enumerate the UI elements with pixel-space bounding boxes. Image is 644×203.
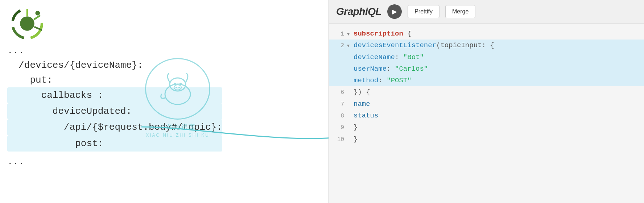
line-content-6: }) { <box>354 86 640 98</box>
svg-point-8 <box>165 84 190 104</box>
editor-line-10: 10 } <box>329 133 644 145</box>
line-content-4: userName: "Carlos" <box>354 63 640 75</box>
svg-point-10 <box>174 83 176 85</box>
editor-line-3: deviceName: "Bot" <box>329 51 644 63</box>
line-number-9: 9 <box>333 123 344 133</box>
merge-button[interactable]: Merge <box>445 5 475 18</box>
line-content-2: devicesEventListener(topicInput: { <box>354 40 640 51</box>
line-number-6: 6 <box>333 88 344 98</box>
svg-line-5 <box>34 16 40 20</box>
left-panel: ... /devices/{deviceName}: put: callback… <box>0 0 319 203</box>
editor-line-1: 1 ▼ subscription { <box>329 28 644 40</box>
line-content-9: } <box>354 121 640 133</box>
editor-line-2: 2 ▼ devicesEventListener(topicInput: { <box>329 40 644 51</box>
fold-arrow-1[interactable]: ▼ <box>347 31 352 38</box>
graphiql-panel: GraphiQL ▶ Prettify Merge 1 ▼ subscripti… <box>329 0 644 203</box>
watermark-circle <box>145 58 210 120</box>
watermark-bull-icon <box>156 67 199 111</box>
code-line-dots-top: ... <box>7 44 222 58</box>
editor-line-8: 8 status <box>329 110 644 121</box>
watermark-cn-text: 小牛知识库 <box>160 123 196 131</box>
svg-point-13 <box>176 87 177 88</box>
logo-area <box>11 7 44 41</box>
code-line-post: post: <box>7 136 222 152</box>
app-logo <box>11 7 44 40</box>
line-number-8: 8 <box>333 111 344 121</box>
line-number-7: 7 <box>333 100 344 109</box>
code-editor-content: 1 ▼ subscription { 2 ▼ devicesEventListe… <box>329 24 644 203</box>
prettify-button[interactable]: Prettify <box>408 5 439 18</box>
line-content-8: status <box>354 110 640 121</box>
editor-line-5: method: "POST" <box>329 75 644 86</box>
editor-line-9: 9 } <box>329 121 644 133</box>
line-content-10: } <box>354 133 640 145</box>
editor-line-4: userName: "Carlos" <box>329 63 644 75</box>
svg-point-7 <box>36 11 40 16</box>
line-number-10: 10 <box>333 135 344 145</box>
graphiql-title: GraphiQL <box>336 6 381 17</box>
svg-point-14 <box>178 87 180 88</box>
watermark: 小牛知识库 XIAO NIU ZHI SHI KU <box>102 58 254 138</box>
graphiql-header: GraphiQL ▶ Prettify Merge <box>329 0 644 24</box>
play-button[interactable]: ▶ <box>387 4 402 19</box>
graphiql-editor[interactable]: 1 ▼ subscription { 2 ▼ devicesEventListe… <box>329 24 644 203</box>
code-line-dots-bottom: ... <box>7 154 222 169</box>
svg-point-12 <box>174 85 181 90</box>
svg-point-3 <box>20 16 34 31</box>
line-content-1: subscription { <box>354 28 640 40</box>
line-number-2: 2 <box>333 41 344 51</box>
svg-point-11 <box>179 83 182 85</box>
fold-arrow-2[interactable]: ▼ <box>347 42 352 50</box>
line-content-5: method: "POST" <box>354 75 640 86</box>
editor-line-6: 6 }) { <box>329 86 644 98</box>
line-number-1: 1 <box>333 29 344 39</box>
line-content-7: name <box>354 98 640 110</box>
watermark-pinyin-text: XIAO NIU ZHI SHI KU <box>146 133 210 138</box>
editor-line-7: 7 name <box>329 98 644 110</box>
line-content-3: deviceName: "Bot" <box>354 51 640 63</box>
